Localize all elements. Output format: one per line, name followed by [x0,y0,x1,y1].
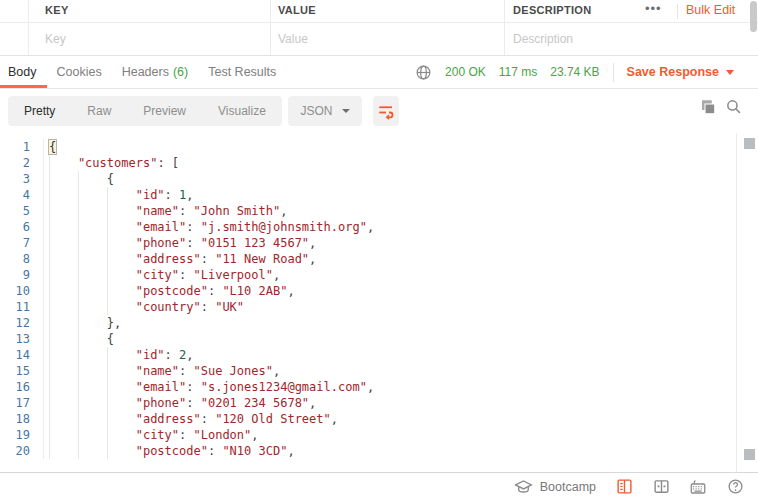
mode-visualize[interactable]: Visualize [202,96,282,126]
keyboard-shortcuts-button[interactable] [689,478,707,496]
code-token: "name" [136,364,179,378]
help-button[interactable] [726,478,744,496]
description-input[interactable] [513,23,728,55]
code-line[interactable]: 18"address": "120 Old Street", [0,411,736,427]
save-response-button[interactable]: Save Response [627,65,734,79]
code-token: "customers" [78,156,157,170]
mode-raw[interactable]: Raw [71,96,127,126]
line-number: 3 [0,171,44,187]
scrollbar-thumb[interactable] [750,1,757,32]
tab-cookies[interactable]: Cookies [47,56,112,88]
code-line[interactable]: 14"id": 2, [0,347,736,363]
code-line[interactable]: 17"phone": "0201 234 5678", [0,395,736,411]
scrollbar-thumb[interactable] [744,138,755,149]
key-input[interactable] [45,23,260,55]
line-number: 11 [0,299,44,315]
line-number: 2 [0,155,44,171]
build-docs-button[interactable] [615,478,633,496]
indent-guides [49,203,136,219]
code-token: }, [107,316,121,330]
code-token: : [186,236,200,250]
code-token: { [107,172,114,186]
code-token: , [280,204,287,218]
two-pane-view-button[interactable] [652,478,670,496]
line-number: 1 [0,139,44,155]
code-token: "phone" [136,236,187,250]
bootcamp-label: Bootcamp [540,480,596,494]
code-token: : [186,220,200,234]
indent-guides [49,219,136,235]
language-dropdown[interactable]: JSON [288,96,362,126]
graduation-cap-icon [514,479,533,494]
search-response-button[interactable] [725,98,743,116]
indent-guides [49,315,107,331]
code-line[interactable]: 15"name": "Sue Jones", [0,363,736,379]
code-line[interactable]: 7"phone": "0151 123 4567", [0,235,736,251]
code-token: , [251,428,258,442]
code-line[interactable]: 19"city": "London", [0,427,736,443]
indent-guides [49,235,136,251]
code-line[interactable]: 20"postcode": "N10 3CD", [0,443,736,459]
open-book-icon [616,478,633,495]
params-table: KEY VALUE DESCRIPTION ••• Bulk Edit [0,0,758,56]
network-globe-icon[interactable] [414,63,432,81]
line-number: 15 [0,363,44,379]
line-number: 17 [0,395,44,411]
indent-guides [49,155,78,171]
line-number: 10 [0,283,44,299]
code-token: , [186,188,193,202]
wrap-lines-button[interactable] [373,96,399,126]
code-token: "John Smith" [194,204,281,218]
code-line[interactable]: 5"name": "John Smith", [0,203,736,219]
bulk-edit-button[interactable]: Bulk Edit [686,3,735,17]
value-column-header: VALUE [278,4,316,16]
code-line[interactable]: 12}, [0,315,736,331]
response-meta: 200 OK 117 ms 23.74 KB Save Response [414,56,734,88]
indent-guides [49,251,136,267]
params-header-row: KEY VALUE DESCRIPTION ••• Bulk Edit [0,0,758,23]
code-token: "London" [194,428,252,442]
code-line[interactable]: 3{ [0,171,736,187]
code-line[interactable]: 10"postcode": "L10 2AB", [0,283,736,299]
tab-body-label: Body [8,65,37,79]
code-line[interactable]: 4"id": 1, [0,187,736,203]
tab-body[interactable]: Body [0,56,47,88]
divider [677,4,678,19]
code-token: , [309,396,316,410]
code-line[interactable]: 9"city": "Liverpool", [0,267,736,283]
view-mode-segmented-control: Pretty Raw Preview Visualize [8,96,282,126]
keyboard-icon [689,478,707,496]
code-line[interactable]: 13{ [0,331,736,347]
params-input-row [0,23,758,56]
code-token: , [186,348,193,362]
value-input[interactable] [278,23,493,55]
bootcamp-button[interactable]: Bootcamp [514,479,596,494]
code-line[interactable]: 8"address": "11 New Road", [0,251,736,267]
more-options-button[interactable]: ••• [645,1,662,16]
code-line[interactable]: 16"email": "s.jones1234@gmail.com", [0,379,736,395]
scrollbar-marker[interactable] [744,449,755,460]
tab-cookies-label: Cookies [57,65,102,79]
copy-response-button[interactable] [699,98,717,116]
tab-headers[interactable]: Headers (6) [112,56,199,88]
mode-pretty[interactable]: Pretty [8,96,71,126]
code-token: : [208,444,222,458]
code-line[interactable]: 2"customers": [ [0,155,736,171]
line-number: 16 [0,379,44,395]
help-circle-icon [727,478,744,495]
code-token: , [273,268,280,282]
code-line[interactable]: 6"email": "j.smith@johnsmith.org", [0,219,736,235]
code-line[interactable]: 11"country": "UK" [0,299,736,315]
tab-test-results-label: Test Results [208,65,276,79]
tab-test-results[interactable]: Test Results [198,56,286,88]
status-code: 200 OK [445,65,486,79]
response-body-editor[interactable]: 1{2"customers": [3{4"id": 1,5"name": "Jo… [0,133,758,472]
code-token: "11 New Road" [215,252,309,266]
code-token: , [367,220,374,234]
mode-preview[interactable]: Preview [127,96,202,126]
indent-guides [49,363,136,379]
code-line[interactable]: 1{ [0,139,736,155]
indent-guides [49,427,136,443]
code-token: , [367,380,374,394]
code-token: : [201,300,215,314]
